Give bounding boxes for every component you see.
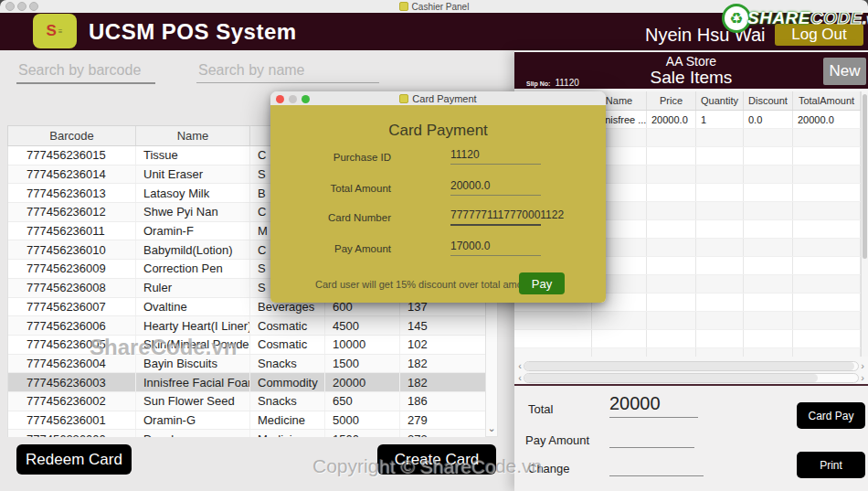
table-row[interactable]: 777456236006Hearty Heart(I Liner)Cosmati… xyxy=(8,316,485,336)
table-cell: Correction Pen xyxy=(136,260,250,278)
table-cell xyxy=(793,147,861,165)
table-cell xyxy=(647,348,696,357)
table-cell: 102 xyxy=(400,336,485,354)
table-cell: 20000 xyxy=(325,373,400,391)
scroll-right-icon[interactable]: › xyxy=(859,372,866,383)
sale-table-hscrollbar-1[interactable]: ‹ › xyxy=(516,360,866,371)
logged-in-user: Nyein Hsu Wai xyxy=(645,25,766,46)
table-cell xyxy=(744,220,793,238)
table-cell xyxy=(696,129,744,146)
table-cell xyxy=(647,330,696,347)
scrollbar-thumb[interactable] xyxy=(524,362,854,370)
table-cell xyxy=(696,348,744,357)
table-row[interactable]: 777456236000DecolgenMedicine1500273 xyxy=(8,430,485,437)
table-cell: 777456236014 xyxy=(8,165,136,184)
pay-amount-label: Pay Amount xyxy=(307,243,391,254)
store-name: AA Store xyxy=(514,54,868,69)
sale-table-vscrollbar[interactable] xyxy=(861,91,868,357)
table-cell: 145 xyxy=(400,316,485,335)
table-cell xyxy=(696,239,744,256)
pay-amount-field[interactable]: 17000.0 xyxy=(450,240,541,256)
table-row[interactable]: 777456236004Bayin BiscuitsSnacks1500182 xyxy=(8,355,485,374)
table-cell: 777456236009 xyxy=(8,260,136,278)
table-cell: 5000 xyxy=(325,411,400,430)
pay-amount-field[interactable] xyxy=(609,432,694,448)
screen: Cashier Panel S ≡ UCSM POS System Nyein … xyxy=(0,0,868,491)
search-name-input[interactable] xyxy=(196,59,379,83)
table-cell xyxy=(793,275,861,293)
table-cell: Cosmatic xyxy=(250,316,325,335)
table-cell xyxy=(647,165,696,183)
table-cell xyxy=(592,330,647,347)
scroll-left-icon[interactable]: ‹ xyxy=(516,360,524,371)
scroll-left-icon[interactable]: ‹ xyxy=(516,372,524,383)
table-cell xyxy=(793,184,861,201)
logout-button[interactable]: Log Out xyxy=(775,24,863,46)
scrollbar-track[interactable] xyxy=(524,373,859,383)
column-header: Discount xyxy=(744,91,793,110)
table-cell xyxy=(696,312,744,329)
total-amount-field[interactable]: 20000.0 xyxy=(450,179,541,196)
table-cell xyxy=(647,275,696,293)
create-card-button[interactable]: Create Card xyxy=(377,444,496,475)
table-cell: 777456236013 xyxy=(8,184,136,202)
zoom-button[interactable] xyxy=(302,95,310,103)
table-cell xyxy=(514,330,592,347)
dialog-heading: Card Payment xyxy=(270,122,606,140)
table-cell: Snacks xyxy=(250,392,325,411)
scroll-down-icon[interactable]: ⌄ xyxy=(487,422,496,434)
table-cell: 20000.0 xyxy=(647,111,696,128)
table-row[interactable]: 777456236001Oramin-GMedicine5000279 xyxy=(8,411,485,431)
table-cell xyxy=(744,202,793,219)
table-cell: 777456236004 xyxy=(8,355,136,373)
scrollbar-track[interactable] xyxy=(524,361,859,371)
table-cell xyxy=(696,257,744,274)
table-cell xyxy=(647,184,696,201)
scrollbar-thumb[interactable] xyxy=(524,374,818,382)
sale-table-hscrollbar-2[interactable]: ‹ › xyxy=(516,372,866,383)
table-cell xyxy=(793,239,861,256)
scroll-right-icon[interactable]: › xyxy=(859,360,866,371)
table-cell: 279 xyxy=(400,411,485,430)
column-header: Quantity xyxy=(696,91,744,110)
table-row[interactable]: 777456236003Innisfree Facial FoamCommodi… xyxy=(8,373,485,392)
table-cell: 777456236000 xyxy=(8,430,136,437)
table-cell xyxy=(696,220,744,238)
table-cell: Sun Flower Seed xyxy=(136,392,250,411)
card-number-field[interactable]: 7777771117770001122 xyxy=(450,208,541,226)
slip-value: 11120 xyxy=(555,78,578,88)
print-button[interactable]: Print xyxy=(797,452,865,478)
table-cell xyxy=(696,330,744,347)
table-cell: 777456236001 xyxy=(8,411,136,430)
card-pay-button[interactable]: Card Pay xyxy=(797,402,865,429)
scrollbar-thumb[interactable] xyxy=(863,94,867,259)
pay-amount-label: Pay Amount xyxy=(525,433,589,447)
table-cell xyxy=(696,202,744,219)
dialog-body: Card Payment Purchase ID 11120 Total Amo… xyxy=(270,105,606,303)
purchase-id-label: Purchase ID xyxy=(307,152,391,163)
change-field[interactable] xyxy=(609,460,704,476)
total-value-field[interactable]: 20000 xyxy=(609,393,698,418)
table-row-empty xyxy=(514,330,861,348)
table-cell xyxy=(744,275,793,293)
close-button[interactable] xyxy=(276,95,284,103)
table-cell: 1 xyxy=(696,111,744,128)
table-cell xyxy=(793,257,861,274)
minimize-button[interactable] xyxy=(289,95,297,103)
table-cell xyxy=(744,348,793,357)
table-row-empty xyxy=(514,312,861,330)
table-cell: Snacks xyxy=(250,355,325,373)
total-amount-label: Total Amount xyxy=(307,183,391,194)
pay-button[interactable]: Pay xyxy=(519,272,565,294)
table-cell xyxy=(744,129,793,146)
new-sale-button[interactable]: New xyxy=(823,58,866,85)
table-cell: Commodity xyxy=(250,373,325,391)
search-barcode-input[interactable] xyxy=(16,59,155,84)
redeem-card-button[interactable]: Redeem Card xyxy=(16,444,132,475)
table-row[interactable]: 777456236002Sun Flower SeedSnacks650186 xyxy=(8,392,485,411)
purchase-id-field[interactable]: 11120 xyxy=(450,148,541,165)
table-cell: 1500 xyxy=(325,355,400,373)
card-payment-dialog: Card Payment Card Payment Purchase ID 11… xyxy=(270,91,606,303)
table-cell xyxy=(744,294,793,311)
table-row[interactable]: 777456236005Skin(Mineral Powder)Cosmatic… xyxy=(8,336,485,355)
